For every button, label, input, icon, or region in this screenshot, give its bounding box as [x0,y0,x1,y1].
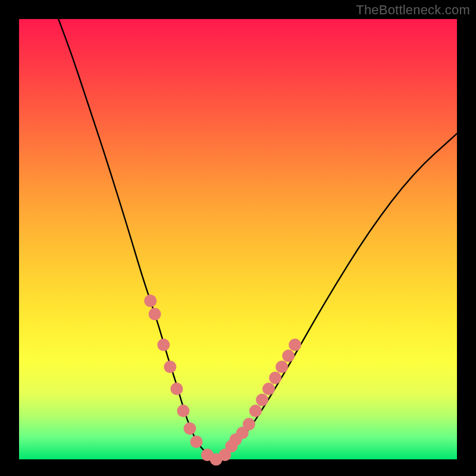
data-marker [177,405,190,417]
data-marker [269,372,281,384]
data-marker [249,405,262,417]
data-marker [282,350,295,362]
data-marker [243,418,255,430]
data-marker [289,339,301,351]
data-marker [149,308,161,320]
curve-line [58,19,457,457]
marker-group [144,295,301,465]
chart-frame: TheBottleneck.com [0,0,476,476]
plot-area [19,19,457,459]
data-marker [157,339,170,351]
data-marker [164,361,176,373]
data-marker [275,361,288,373]
data-marker [256,394,268,406]
watermark-text: TheBottleneck.com [356,2,470,18]
data-marker [190,436,203,448]
data-marker [170,383,183,395]
data-marker [184,422,196,435]
data-marker [262,383,275,395]
data-marker [144,295,156,307]
chart-svg [19,19,457,459]
